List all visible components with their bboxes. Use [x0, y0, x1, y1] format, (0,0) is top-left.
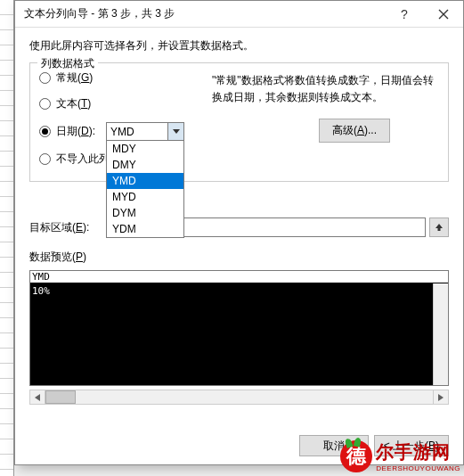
- format-desc-area: "常规"数据格式将数值转换成数字，日期值会转换成日期，其余数据则转换成文本。 高…: [201, 70, 439, 167]
- radio-date[interactable]: 日期(D): YMD MDY DMY YMD: [39, 122, 191, 141]
- close-icon: [438, 9, 449, 20]
- preview-vertical-scrollbar[interactable]: [433, 283, 448, 385]
- range-picker-button[interactable]: [429, 217, 449, 237]
- date-format-dropdown: MDY DMY YMD MYD DYM YDM: [106, 141, 184, 238]
- scroll-right-button[interactable]: [433, 390, 448, 404]
- chevron-down-icon: [173, 129, 180, 135]
- radio-icon: [39, 126, 51, 137]
- preview-body: 10%: [30, 283, 448, 385]
- destination-label: 目标区域(E):: [29, 220, 89, 235]
- destination-row: 目标区域(E):: [29, 217, 449, 237]
- radio-icon: [39, 153, 51, 165]
- spreadsheet-bg: [0, 0, 14, 476]
- scroll-left-button[interactable]: [30, 390, 45, 404]
- radio-icon: [39, 98, 51, 110]
- help-button[interactable]: ?: [385, 1, 424, 28]
- instruction-text: 使用此屏内容可选择各列，并设置其数据格式。: [29, 38, 449, 53]
- dd-item[interactable]: MDY: [107, 141, 183, 157]
- radio-icon: [39, 72, 51, 84]
- format-description: "常规"数据格式将数值转换成数字，日期值会转换成日期，其余数据则转换成文本。: [212, 72, 439, 106]
- titlebar: 文本分列向导 - 第 3 步，共 3 步 ?: [15, 1, 463, 28]
- preview-box: YMD 10%: [29, 270, 449, 386]
- format-radios: 常规(G) 文本(T) 日期(D): YMD: [39, 70, 191, 167]
- preview-horizontal-scrollbar[interactable]: [29, 390, 449, 405]
- fieldset-legend: 列数据格式: [37, 56, 98, 71]
- dd-item[interactable]: YDM: [107, 221, 183, 237]
- combo-dropdown-button[interactable]: [167, 123, 183, 140]
- dialog-title: 文本分列向导 - 第 3 步，共 3 步: [24, 6, 385, 21]
- chevron-left-icon: [35, 394, 40, 401]
- scroll-thumb[interactable]: [45, 390, 76, 404]
- column-format-fieldset: 列数据格式 常规(G) 文本(T) 日期(D):: [29, 62, 449, 182]
- radio-general[interactable]: 常规(G): [39, 70, 191, 86]
- dd-item[interactable]: DMY: [107, 157, 183, 173]
- close-button[interactable]: [424, 1, 463, 28]
- dialog-content: 使用此屏内容可选择各列，并设置其数据格式。 列数据格式 常规(G) 文本(T) …: [15, 28, 463, 427]
- logo-subtext: DEERSHOUYOUWANG: [376, 464, 460, 472]
- advanced-button[interactable]: 高级(A)...: [319, 119, 390, 143]
- combo-value: YMD: [107, 126, 167, 138]
- preview-label: 数据预览(P): [29, 250, 449, 265]
- dd-item[interactable]: MYD: [107, 189, 183, 205]
- logo-text: 尔手游网: [376, 440, 460, 464]
- arrow-up-icon: [435, 223, 444, 232]
- chevron-right-icon: [438, 394, 444, 401]
- preview-header: YMD: [30, 271, 448, 283]
- logo-apple-icon: 德: [340, 440, 372, 472]
- watermark-logo: 德 尔手游网 DEERSHOUYOUWANG: [340, 440, 460, 472]
- dd-item[interactable]: YMD: [107, 173, 183, 189]
- dd-item[interactable]: DYM: [107, 205, 183, 221]
- radio-text[interactable]: 文本(T): [39, 96, 191, 111]
- date-format-combo[interactable]: YMD MDY DMY YMD MYD DYM: [106, 122, 184, 141]
- text-wizard-dialog: 文本分列向导 - 第 3 步，共 3 步 ? 使用此屏内容可选择各列，并设置其数…: [14, 0, 464, 465]
